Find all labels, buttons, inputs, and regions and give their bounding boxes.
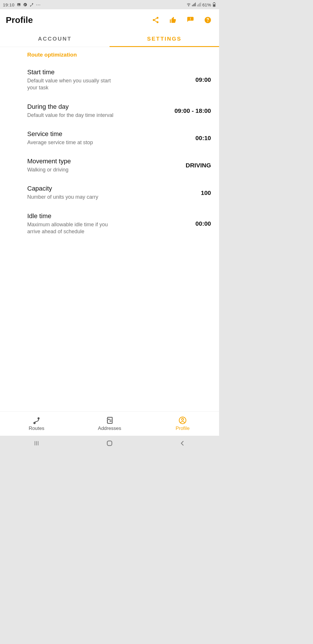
page-title: Profile: [6, 15, 33, 25]
setting-subtitle: Number of units you may carry: [27, 193, 114, 200]
svg-point-4: [32, 3, 33, 4]
setting-title: During the day: [27, 103, 170, 111]
svg-point-19: [156, 21, 159, 23]
home-button[interactable]: [92, 440, 127, 447]
setting-subtitle: Average service time at stop: [27, 139, 114, 146]
nav-addresses[interactable]: Addresses: [73, 412, 146, 436]
svg-rect-13: [200, 3, 201, 6]
bottom-nav: Routes Addresses Profile: [0, 411, 219, 436]
signal-icon: [192, 3, 196, 7]
svg-rect-16: [213, 4, 215, 6]
image-icon: [17, 3, 21, 7]
help-icon[interactable]: [204, 16, 212, 24]
tab-account[interactable]: ACCOUNT: [0, 31, 110, 47]
tab-settings[interactable]: SETTINGS: [110, 31, 219, 47]
address-book-icon: [105, 416, 114, 424]
feedback-icon[interactable]: [187, 16, 194, 24]
svg-point-3: [30, 6, 31, 6]
wifi-icon: [187, 3, 191, 7]
svg-rect-9: [195, 3, 196, 6]
setting-value: 00:10: [195, 135, 211, 142]
setting-value: 09:00 - 18:00: [174, 107, 211, 114]
nav-routes[interactable]: Routes: [0, 412, 73, 436]
nav-label: Profile: [176, 426, 190, 431]
tab-account-label: ACCOUNT: [38, 36, 72, 42]
setting-subtitle: Walking or driving: [27, 166, 114, 173]
svg-rect-6: [192, 5, 193, 6]
music-icon: [23, 3, 27, 7]
status-time: 19:10: [3, 2, 14, 7]
setting-capacity[interactable]: Capacity Number of units you may carry 1…: [27, 179, 211, 206]
nav-label: Routes: [29, 426, 44, 431]
setting-title: Start time: [27, 68, 191, 76]
setting-start-time[interactable]: Start time Default value when you usuall…: [27, 63, 211, 97]
setting-value: 00:00: [195, 220, 211, 227]
thumbs-up-icon[interactable]: [169, 16, 177, 24]
app-bar: Profile: [0, 9, 219, 31]
svg-rect-15: [214, 2, 215, 3]
setting-value: 100: [201, 189, 211, 196]
signal-roaming-icon: [197, 3, 201, 7]
setting-title: Service time: [27, 130, 191, 138]
system-nav-bar: [0, 436, 219, 451]
svg-point-18: [153, 19, 155, 21]
setting-movement-type[interactable]: Movement type Walking or driving DRIVING: [27, 152, 211, 179]
svg-rect-12: [199, 3, 200, 6]
svg-rect-10: [197, 5, 198, 6]
setting-subtitle: Default value for the day time interval: [27, 112, 114, 119]
section-route-optimization: Route optimization: [27, 50, 211, 63]
setting-title: Movement type: [27, 158, 181, 165]
setting-subtitle: Maximum allowable idle time if you arriv…: [27, 221, 114, 235]
nav-profile[interactable]: Profile: [146, 412, 219, 436]
profile-icon: [179, 416, 187, 424]
route-small-icon: [30, 3, 34, 7]
setting-subtitle: Default value when you usually start you…: [27, 77, 114, 91]
status-bar: 19:10 ⋯ 61%: [0, 0, 219, 9]
setting-title: Idle time: [27, 212, 191, 220]
svg-rect-35: [107, 441, 112, 446]
svg-point-21: [208, 21, 208, 22]
settings-content[interactable]: Route optimization Start time Default va…: [0, 47, 219, 411]
share-icon[interactable]: [152, 16, 159, 24]
battery-text: 61%: [202, 2, 211, 7]
recents-button[interactable]: [19, 440, 54, 446]
setting-value: 09:00: [195, 76, 211, 83]
setting-title: Capacity: [27, 185, 196, 192]
back-button[interactable]: [165, 440, 200, 446]
route-icon: [32, 416, 41, 424]
svg-point-1: [18, 4, 19, 4]
setting-during-day[interactable]: During the day Default value for the day…: [27, 97, 211, 124]
nav-label: Addresses: [98, 426, 121, 431]
setting-value: DRIVING: [185, 162, 211, 169]
svg-point-5: [188, 6, 189, 6]
svg-point-22: [34, 422, 35, 424]
svg-rect-11: [198, 4, 199, 6]
more-icon: ⋯: [36, 2, 41, 8]
tabs: ACCOUNT SETTINGS: [0, 31, 219, 47]
tab-settings-label: SETTINGS: [147, 36, 181, 42]
battery-icon: [212, 3, 216, 7]
svg-point-31: [182, 418, 184, 420]
svg-point-17: [156, 17, 159, 19]
svg-rect-8: [194, 3, 195, 6]
svg-point-29: [109, 419, 109, 419]
svg-rect-7: [193, 4, 194, 6]
setting-service-time[interactable]: Service time Average service time at sto…: [27, 124, 211, 152]
setting-idle-time[interactable]: Idle time Maximum allowable idle time if…: [27, 207, 211, 241]
